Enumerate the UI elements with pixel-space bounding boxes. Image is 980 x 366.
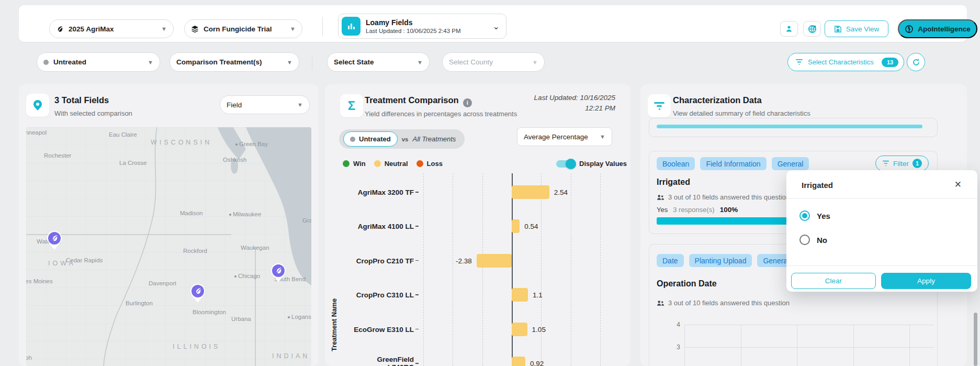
- metric-value: Average Percentage: [524, 133, 588, 141]
- layers-icon: [191, 25, 199, 33]
- chart-bar-value: 1.05: [532, 325, 546, 333]
- dashboard-page: 2025 AgriMax ▼ Corn Fungicide Trial ▼ Lo…: [0, 0, 980, 366]
- save-icon: [834, 25, 842, 33]
- chart-gridline: [541, 173, 542, 366]
- map-city-label: Logansport: [288, 314, 311, 320]
- comparison-side-label: All Treatments: [412, 135, 456, 143]
- info-icon[interactable]: i: [463, 98, 472, 107]
- map-city-label: Eau Claire: [109, 131, 137, 138]
- brain-icon: [905, 25, 914, 34]
- chart-tick: [415, 192, 419, 193]
- county-dropdown[interactable]: Select County ▼: [442, 52, 545, 72]
- treatment-panel-subtitle: Yield differences in percentages across …: [365, 110, 517, 118]
- save-view-button[interactable]: Save View: [825, 20, 888, 37]
- apply-button[interactable]: Apply: [881, 273, 971, 289]
- map-city-label: La Crosse: [119, 160, 147, 166]
- chart-zero-axis: [512, 173, 513, 366]
- close-icon[interactable]: ✕: [954, 179, 962, 190]
- mini-chart-gridline: [853, 325, 854, 366]
- map-city-label: ph: [26, 354, 32, 361]
- base-treatment-dropdown[interactable]: Untreated ▼: [37, 52, 160, 72]
- vs-label: vs: [402, 136, 409, 142]
- map-city-label: Waukegan: [241, 245, 269, 251]
- chevron-down-icon: ▼: [417, 59, 423, 65]
- radio-unselected-icon[interactable]: [799, 235, 810, 245]
- select-characteristics-button[interactable]: Select Characteristics 13: [787, 53, 904, 71]
- characterization-title: Characterization Data: [673, 95, 762, 105]
- radio-option-yes[interactable]: Yes: [799, 210, 830, 221]
- mini-chart-gridline: [797, 325, 797, 366]
- selected-treatment-chip[interactable]: Untreated: [343, 131, 398, 147]
- chart-bar[interactable]: [512, 357, 525, 366]
- display-values-toggle[interactable]: [556, 160, 575, 168]
- apointelligence-button[interactable]: ApoIntelligence: [898, 19, 977, 38]
- category-tag[interactable]: Field Information: [700, 157, 766, 170]
- treatment-vs-toggle[interactable]: Untreated vs All Treatments: [339, 129, 465, 149]
- filter-button-label: Filter: [893, 160, 909, 168]
- program-dropdown[interactable]: 2025 AgriMax ▼: [49, 19, 174, 38]
- category-tag[interactable]: Boolean: [657, 157, 695, 170]
- refresh-button[interactable]: [907, 53, 925, 71]
- legend-dot-icon: [343, 160, 350, 167]
- chart-category-label: EcoGrow E310 LL: [325, 325, 414, 333]
- map-city-label: Rockford: [183, 248, 207, 254]
- chart-bar[interactable]: [512, 288, 528, 302]
- field-marker-icon[interactable]: [46, 230, 63, 250]
- map-city-label: Milwaukee: [229, 211, 261, 217]
- chart-gridline: [600, 173, 601, 366]
- radio-option-no[interactable]: No: [799, 235, 827, 245]
- mini-chart-gridline: [684, 325, 934, 325]
- treatment-chart: Treatment Name AgriMax 3200 TF2.54AgriMa…: [325, 173, 630, 366]
- chart-bar-value: 0.54: [524, 223, 538, 230]
- user-button[interactable]: [780, 21, 798, 37]
- map-city-label: Green Bay: [235, 141, 268, 147]
- chart-gridline: [453, 173, 453, 366]
- comparison-treatments-dropdown[interactable]: Comparison Treatment(s) ▼: [170, 52, 299, 72]
- state-dropdown[interactable]: Select State ▼: [327, 52, 430, 72]
- globe-button[interactable]: [803, 21, 821, 37]
- chart-bar-value: 0.92: [530, 360, 544, 366]
- clear-button[interactable]: Clear: [791, 273, 876, 289]
- legend-item: Loss: [416, 160, 443, 168]
- partial-question-card: [649, 118, 938, 137]
- field-marker-icon[interactable]: [189, 283, 206, 303]
- field-marker-icon[interactable]: [270, 263, 287, 283]
- header-bar: 2025 AgriMax ▼ Corn Fungicide Trial ▼ Lo…: [19, 5, 967, 42]
- map[interactable]: WISCONSINIOWAILLINOISINDIANMinneapolEau …: [26, 127, 311, 366]
- chart-bar[interactable]: [512, 323, 527, 336]
- chevron-down-icon: ▼: [290, 26, 296, 32]
- trial-dropdown[interactable]: Corn Fungicide Trial ▼: [184, 19, 302, 38]
- category-tag[interactable]: General: [772, 157, 809, 170]
- funnel-lines-icon: [648, 94, 671, 117]
- irrigated-filter-modal: Irrigated ✕ Clear Apply YesNo: [786, 170, 977, 292]
- display-values-control: Display Values: [556, 160, 627, 168]
- metric-dropdown[interactable]: Average Percentage ▼: [517, 127, 612, 146]
- field-group-dropdown[interactable]: Field ▼: [220, 95, 310, 114]
- map-city-label: Davenport: [149, 280, 176, 286]
- map-city-label: Chicago: [234, 273, 260, 279]
- chart-tick: [415, 260, 419, 261]
- apointelligence-label: ApoIntelligence: [918, 25, 971, 33]
- chart-bar[interactable]: [477, 254, 512, 268]
- answered-line: 3 out of 10 fields answered this questio…: [657, 193, 790, 201]
- map-state-label: INDIAN: [272, 352, 310, 360]
- chevron-down-icon: ▼: [297, 102, 303, 108]
- bar-chart-icon: [342, 17, 361, 36]
- person-icon: [785, 25, 793, 33]
- legend-item: Neutral: [374, 160, 408, 168]
- map-city-label: Oshkosh: [223, 157, 246, 163]
- map-city-label: Burlington: [126, 300, 153, 306]
- radio-selected-icon[interactable]: [799, 210, 810, 221]
- legend-dot-icon: [416, 160, 423, 167]
- refresh-icon: [912, 58, 920, 66]
- filter-button[interactable]: Filter 1: [875, 156, 929, 171]
- sigma-icon: Σ: [340, 94, 363, 117]
- tag-row: BooleanField InformationGeneral: [657, 157, 809, 170]
- map-city-label: Gra: [302, 217, 311, 224]
- program-dropdown-value: 2025 AgriMax: [69, 25, 114, 33]
- chart-legend: WinNeutralLoss: [343, 160, 443, 168]
- dataset-selector[interactable]: Loamy Fields Last Updated : 10/06/2025 2…: [338, 14, 506, 39]
- chart-bar[interactable]: [512, 219, 520, 233]
- chart-bar[interactable]: [512, 185, 549, 199]
- scrollbar-thumb[interactable]: [974, 313, 977, 366]
